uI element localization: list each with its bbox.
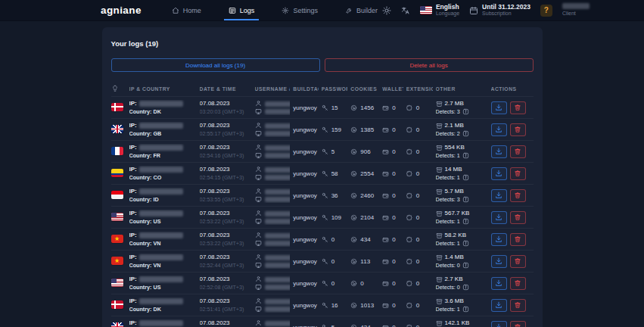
monitor-icon (255, 152, 262, 159)
delete-all-logs-button[interactable]: Delete all logs (325, 58, 534, 72)
table-row[interactable]: IP: Country: DK 07.08.2023 03:20:03 (GMT… (111, 96, 534, 118)
date-time-cell: 07.08.2023 02:52:08 (GMT+3) (200, 276, 252, 291)
table-row[interactable]: IP: Country: US 07.08.2023 02:52:08 (GMT… (111, 272, 534, 294)
wallets-count: 0 (382, 126, 403, 133)
column-header[interactable]: COOKIES (350, 86, 379, 92)
pc-name-redacted (265, 175, 291, 180)
download-log-button[interactable] (491, 255, 507, 268)
delete-log-button[interactable] (510, 299, 526, 312)
time-value: 02:53:22 (GMT+3) (200, 240, 252, 247)
wallets-count: 0 (382, 170, 403, 177)
download-log-button[interactable] (491, 299, 507, 312)
nav-item-builder[interactable]: Builder (341, 0, 382, 20)
translate-icon[interactable] (401, 6, 410, 15)
trash-icon (514, 213, 521, 221)
trash-icon (514, 279, 521, 287)
cookies-count: 424 (350, 324, 379, 327)
ip-country-cell: IP: Country: US (129, 276, 197, 291)
client-account[interactable]: Client (562, 3, 590, 17)
column-header[interactable]: USERNAME & PC (255, 86, 291, 92)
column-header[interactable]: WALLETS (382, 86, 403, 92)
download-log-button[interactable] (491, 233, 507, 246)
archive-icon (436, 145, 443, 151)
archive-icon (436, 167, 443, 173)
column-header[interactable]: OTHER (436, 86, 488, 92)
column-header[interactable]: PASSWORDS (322, 86, 348, 92)
delete-log-button[interactable] (510, 123, 526, 136)
date-time-cell: 07.08.2023 02:53:22 (GMT+3) (200, 210, 252, 225)
download-log-button[interactable] (491, 321, 507, 327)
detects-value: Detects: 0 (436, 262, 460, 269)
delete-log-button[interactable] (510, 189, 526, 202)
download-icon (495, 170, 502, 177)
table-row[interactable]: IP: Country: GB 07.08.2023 02:55:17 (GMT… (111, 118, 534, 140)
table-row[interactable]: IP: Country: CO 07.08.2023 02:54:15 (GMT… (111, 162, 534, 184)
language-selector[interactable]: English Longuage (420, 4, 459, 17)
log-size-value: 2.1 MB (445, 122, 464, 129)
column-header[interactable]: BUILDTAG (293, 86, 318, 92)
table-row[interactable]: IP: Country: ID 07.08.2023 02:53:55 (GMT… (111, 184, 534, 206)
ip-label: IP: (129, 276, 137, 283)
download-log-button[interactable] (491, 145, 507, 158)
passwords-count: 109 (322, 214, 348, 221)
delete-log-button[interactable] (510, 277, 526, 290)
download-icon (495, 279, 502, 287)
sun-icon[interactable] (382, 6, 391, 15)
delete-log-button[interactable] (510, 101, 526, 114)
pc-name-redacted (265, 153, 291, 158)
delete-log-button[interactable] (510, 167, 526, 180)
username-redacted (265, 321, 291, 326)
download-log-button[interactable] (491, 189, 507, 202)
table-row[interactable]: IP: Country: US 07.08.2023 02:53:22 (GMT… (111, 206, 534, 228)
column-header[interactable]: IP & COUNTRY (129, 86, 197, 92)
ip-country-cell: IP: Country: VN (129, 254, 197, 269)
nav-item-home[interactable]: Home (167, 0, 206, 20)
delete-log-button[interactable] (510, 233, 526, 246)
key-icon (322, 214, 328, 221)
wallet-icon (382, 258, 389, 265)
date-time-cell: 07.08.2023 02:51:30 (GMT+3) (200, 319, 252, 327)
delete-log-button[interactable] (510, 145, 526, 158)
table-row[interactable]: IP: Country: GB 07.08.2023 02:51:30 (GMT… (111, 316, 534, 327)
table-row[interactable]: IP: Country: FR 07.08.2023 02:54:16 (GMT… (111, 140, 534, 162)
subscription-status[interactable]: Until 31.12.2023 Subscription (469, 4, 530, 17)
trash-icon (514, 301, 521, 309)
table-row[interactable]: IP: Country: VN 07.08.2023 02:53:22 (GMT… (111, 228, 534, 250)
nav-item-settings[interactable]: Settings (277, 0, 322, 20)
table-row[interactable]: IP: Country: VN 07.08.2023 02:52:44 (GMT… (111, 250, 534, 272)
cookies-count: 2460 (350, 192, 379, 199)
logs-icon (229, 7, 236, 14)
delete-log-button[interactable] (510, 255, 526, 268)
column-header[interactable]: EXTENSIONS (406, 86, 433, 92)
archive-icon (436, 188, 443, 195)
person-icon (255, 254, 262, 260)
country-value: Country: ID (129, 196, 197, 203)
wallets-count: 0 (382, 302, 403, 309)
download-log-button[interactable] (491, 101, 507, 114)
archive-icon (436, 276, 443, 283)
download-log-button[interactable] (491, 123, 507, 136)
key-icon (322, 236, 328, 243)
pc-name-redacted (265, 241, 291, 246)
download-icon (495, 257, 502, 265)
download-log-button[interactable] (491, 167, 507, 180)
download-log-button[interactable] (491, 211, 507, 224)
key-icon (322, 302, 328, 309)
detects-value: Detects: 1 (436, 306, 460, 313)
date-time-cell: 07.08.2023 02:55:17 (GMT+3) (200, 122, 252, 137)
nav-label: Builder (356, 7, 378, 14)
column-header[interactable]: DATE & TIME (200, 86, 252, 92)
username-redacted (265, 189, 291, 195)
row-actions (491, 189, 534, 202)
delete-log-button[interactable] (510, 211, 526, 224)
table-row[interactable]: IP: Country: DK 07.08.2023 02:51:41 (GMT… (111, 294, 534, 316)
nav-item-logs[interactable]: Logs (224, 0, 260, 20)
download-all-logs-button[interactable]: Download all logs (19) (111, 58, 320, 72)
help-button[interactable]: ? (540, 5, 552, 17)
column-header[interactable]: ACTIONS (491, 86, 534, 92)
download-log-button[interactable] (491, 277, 507, 290)
log-size-value: 14 MB (445, 166, 462, 173)
time-value: 03:20:03 (GMT+3) (200, 108, 252, 115)
cookies-count: 1385 (350, 126, 379, 133)
delete-log-button[interactable] (510, 321, 526, 327)
